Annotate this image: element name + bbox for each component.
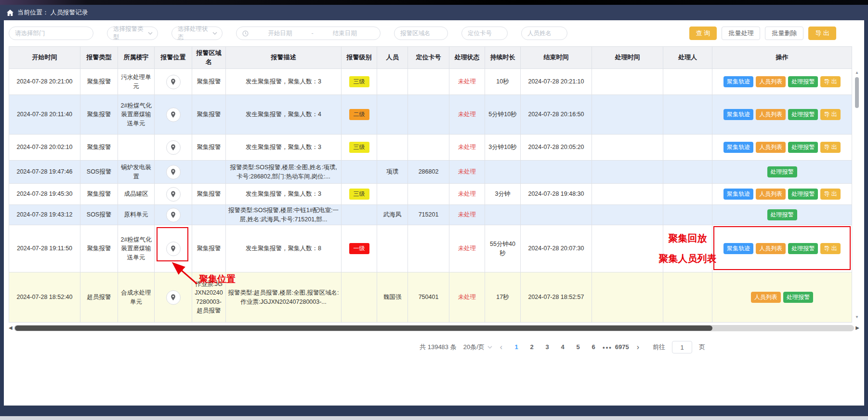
column-header: 处理时间 bbox=[592, 47, 663, 69]
card-number-input[interactable] bbox=[461, 27, 508, 40]
description-text: 发生聚集报警，聚集人数：3 bbox=[228, 143, 339, 151]
location-pin-icon[interactable] bbox=[166, 290, 181, 305]
export-row-button[interactable]: 导 出 bbox=[820, 76, 840, 87]
vertical-scrollbar[interactable]: ▲ ▼ bbox=[854, 70, 860, 320]
alarm-level-badge: 三级 bbox=[349, 142, 369, 153]
gather-track-button[interactable]: 聚集轨迹 bbox=[723, 142, 753, 153]
cell-building: 成品罐区 bbox=[118, 184, 155, 205]
page-button-5[interactable]: 5 bbox=[572, 341, 584, 353]
gather-track-button[interactable]: 聚集轨迹 bbox=[723, 189, 753, 200]
cell-start-time: 2024-07-28 20:21:00 bbox=[9, 69, 80, 95]
personnel-list-button[interactable]: 人员列表 bbox=[756, 142, 786, 153]
cell-duration: 3分钟 bbox=[485, 184, 521, 205]
handle-alarm-button[interactable]: 处理报警 bbox=[788, 243, 818, 254]
date-range-picker[interactable]: 开始日期 - 结束日期 bbox=[236, 27, 381, 40]
cell-person: 魏国强 bbox=[377, 272, 408, 323]
cell-alarm-position: 聚集位置 bbox=[155, 225, 192, 272]
location-pin-icon[interactable] bbox=[166, 165, 181, 179]
scroll-down-arrow-icon[interactable]: ▼ bbox=[855, 315, 859, 320]
cell-area-name: 聚集报警 bbox=[192, 184, 226, 205]
column-header: 结束时间 bbox=[521, 47, 592, 69]
cell-handler bbox=[663, 205, 712, 225]
horizontal-scrollbar[interactable]: ◀ ▶ bbox=[9, 324, 859, 332]
scroll-left-arrow-icon[interactable]: ◀ bbox=[9, 325, 13, 330]
handle-status-placeholder: 选择处理状态 bbox=[178, 25, 212, 41]
page-button-4[interactable]: 4 bbox=[556, 341, 569, 353]
cell-alarm-level: 三级 bbox=[342, 69, 377, 95]
row-action-buttons: 处理报警 bbox=[714, 208, 850, 221]
location-pin-icon[interactable] bbox=[166, 75, 181, 89]
status-label: 未处理 bbox=[458, 211, 476, 218]
more-pages-indicator[interactable]: ••• bbox=[603, 344, 612, 351]
window-top-edge bbox=[0, 0, 868, 5]
page-button-3[interactable]: 3 bbox=[541, 341, 553, 353]
handle-alarm-button[interactable]: 处理报警 bbox=[767, 166, 797, 177]
query-button[interactable]: 查 询 bbox=[689, 27, 717, 40]
cell-duration: 17秒 bbox=[485, 272, 521, 323]
horizontal-scroll-thumb[interactable] bbox=[15, 325, 712, 331]
scroll-right-arrow-icon[interactable]: ▶ bbox=[855, 325, 859, 330]
location-pin-icon[interactable] bbox=[166, 208, 181, 222]
export-row-button[interactable]: 导 出 bbox=[820, 142, 840, 153]
personnel-list-button[interactable]: 人员列表 bbox=[756, 109, 786, 120]
export-button[interactable]: 导 出 bbox=[808, 27, 836, 40]
handle-alarm-button[interactable]: 处理报警 bbox=[788, 76, 818, 87]
location-pin-icon[interactable] bbox=[166, 187, 181, 202]
alarm-level-badge: 一级 bbox=[349, 243, 369, 254]
cell-actions: 处理报警 bbox=[712, 161, 852, 184]
vertical-scroll-thumb[interactable] bbox=[855, 77, 859, 108]
area-name-input[interactable] bbox=[394, 27, 448, 40]
cell-description: 发生聚集报警，聚集人数：3 bbox=[226, 135, 342, 161]
next-page-button[interactable]: › bbox=[636, 343, 640, 351]
handle-alarm-button[interactable]: 处理报警 bbox=[788, 109, 818, 120]
batch-delete-button[interactable]: 批量删除 bbox=[765, 27, 803, 40]
goto-page-input[interactable] bbox=[672, 341, 692, 353]
location-pin-icon[interactable] bbox=[166, 108, 181, 122]
alarm-level-badge: 三级 bbox=[349, 76, 369, 87]
page-button-2[interactable]: 2 bbox=[526, 341, 538, 353]
cell-handle-status: 未处理 bbox=[449, 272, 485, 323]
export-row-button[interactable]: 导 出 bbox=[820, 109, 840, 120]
cell-alarm-type: 聚集报警 bbox=[80, 184, 118, 205]
cell-duration bbox=[485, 205, 521, 225]
personnel-list-button[interactable]: 人员列表 bbox=[751, 292, 781, 303]
cell-duration: 3分钟10秒 bbox=[485, 135, 521, 161]
horizontal-scroll-track[interactable] bbox=[14, 325, 855, 331]
page-button-6[interactable]: 6 bbox=[587, 341, 600, 353]
gather-track-button[interactable]: 聚集轨迹 bbox=[723, 243, 753, 254]
department-select-input[interactable] bbox=[9, 27, 93, 40]
location-pin-icon[interactable] bbox=[166, 242, 181, 256]
export-row-button[interactable]: 导 出 bbox=[820, 243, 840, 254]
cell-description: 发生聚集报警，聚集人数：3 bbox=[226, 184, 342, 205]
page-button-1[interactable]: 1 bbox=[510, 341, 523, 353]
cell-alarm-level: 二级 bbox=[342, 95, 377, 135]
cell-handle-time bbox=[592, 161, 663, 184]
personnel-list-button[interactable]: 人员列表 bbox=[756, 189, 786, 200]
annotation-side-labels: 聚集回放聚集人员列表 bbox=[663, 225, 712, 272]
scroll-up-arrow-icon[interactable]: ▲ bbox=[855, 70, 859, 75]
cell-building bbox=[118, 135, 155, 161]
personnel-list-button[interactable]: 人员列表 bbox=[756, 76, 786, 87]
cell-handler bbox=[663, 161, 712, 184]
handle-alarm-button[interactable]: 处理报警 bbox=[788, 189, 818, 200]
alarm-type-select[interactable]: 选择报警类型 bbox=[107, 27, 158, 40]
home-icon[interactable] bbox=[7, 10, 13, 16]
gather-track-button[interactable]: 聚集轨迹 bbox=[723, 109, 753, 120]
handle-alarm-button[interactable]: 处理报警 bbox=[788, 142, 818, 153]
gather-track-button[interactable]: 聚集轨迹 bbox=[723, 76, 753, 87]
location-pin-icon[interactable] bbox=[166, 140, 181, 155]
person-name-input[interactable] bbox=[521, 27, 567, 40]
batch-process-button[interactable]: 批量处理 bbox=[722, 27, 760, 40]
cell-actions: 聚集轨迹人员列表处理报警导 出 bbox=[712, 135, 852, 161]
export-row-button[interactable]: 导 出 bbox=[820, 189, 840, 200]
prev-page-button[interactable]: ‹ bbox=[499, 343, 503, 351]
personnel-list-button[interactable]: 人员列表 bbox=[756, 243, 786, 254]
cell-handler bbox=[663, 272, 712, 323]
handle-status-select[interactable]: 选择处理状态 bbox=[171, 27, 223, 40]
handle-alarm-button[interactable]: 处理报警 bbox=[767, 209, 797, 220]
handle-alarm-button[interactable]: 处理报警 bbox=[783, 292, 813, 303]
cell-handle-time bbox=[592, 95, 663, 135]
page-button-6975[interactable]: 6975 bbox=[615, 341, 629, 353]
page-size-select[interactable]: 20条/页 bbox=[463, 343, 492, 352]
pagination-bar: 共 139483 条 20条/页 ‹ 123456•••6975 › 前往 页 bbox=[4, 332, 864, 353]
